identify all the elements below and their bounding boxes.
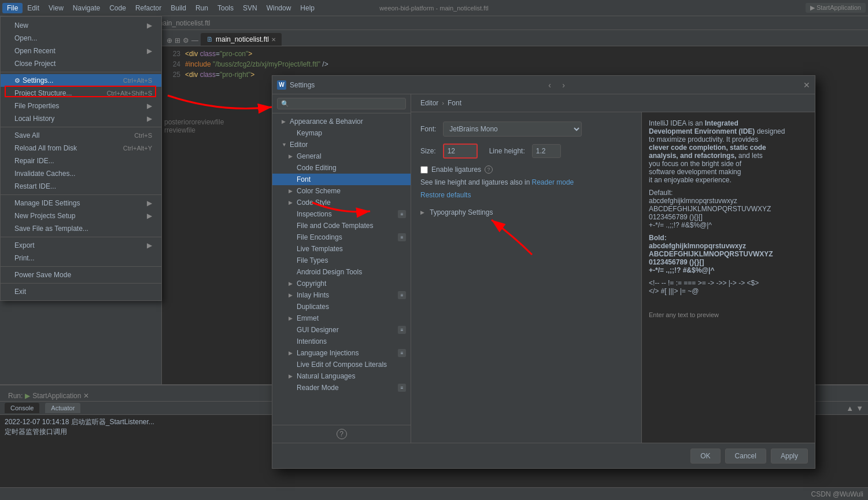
fm-restart[interactable]: Restart IDE... <box>1 180 161 193</box>
menu-tools[interactable]: Tools <box>213 3 238 13</box>
tree-android-design[interactable]: Android Design Tools <box>272 266 411 278</box>
tree-reader-mode[interactable]: Reader Mode ≡ <box>272 382 411 394</box>
scroll-down-btn[interactable]: ▼ <box>856 404 863 413</box>
split-icon[interactable]: ⊞ <box>175 36 180 45</box>
menu-build[interactable]: Build <box>166 3 191 13</box>
menu-view[interactable]: View <box>44 3 68 13</box>
fm-exit[interactable]: Exit <box>1 285 161 298</box>
settings-breadcrumb-font: Font <box>448 99 461 107</box>
tree-font[interactable]: Font <box>272 174 411 185</box>
run-app-icon: ▶ <box>25 392 30 400</box>
font-label: Font: <box>420 125 436 133</box>
menu-help[interactable]: Help <box>296 3 319 13</box>
settings-titlebar: W Settings ‹ › ✕ <box>272 76 815 94</box>
tree-copyright[interactable]: ▶ Copyright <box>272 278 411 289</box>
fm-print[interactable]: Print... <box>1 252 161 264</box>
tree-code-editing[interactable]: Code Editing <box>272 162 411 174</box>
window-title: weeon-bid-platform - main_noticelist.ftl <box>379 5 488 12</box>
status-right-text: CSDN @WuWuli <box>811 490 863 498</box>
tree-editor[interactable]: ▼ Editor <box>272 139 411 150</box>
settings-body: ▶ Appearance & Behavior Keymap ▼ Editor … <box>272 94 815 443</box>
menu-file[interactable]: File <box>2 3 23 13</box>
fm-new-projects[interactable]: New Projects Setup▶ <box>1 209 161 222</box>
tree-live-templates[interactable]: Live Templates <box>272 243 411 255</box>
settings-close-btn[interactable]: ✕ <box>803 80 810 90</box>
fm-local-history[interactable]: Local History▶ <box>1 112 161 125</box>
typography-settings-row[interactable]: ▶ Typography Settings <box>420 208 632 216</box>
tree-keymap[interactable]: Keymap <box>272 127 411 139</box>
menu-navigate[interactable]: Navigate <box>68 3 105 13</box>
fm-open-recent[interactable]: Open Recent▶ <box>1 45 161 57</box>
tab-console[interactable]: Console <box>5 403 39 413</box>
nav-back-btn[interactable]: ‹ <box>544 80 556 90</box>
font-select[interactable]: JetBrains Mono <box>443 122 582 137</box>
tree-emmet[interactable]: ▶ Emmet <box>272 312 411 324</box>
tree-inlay-hints[interactable]: ▶ Inlay Hints ≡ <box>272 289 411 301</box>
fm-invalidate[interactable]: Invalidate Caches... <box>1 167 161 180</box>
tree-natural-languages[interactable]: ▶ Natural Languages <box>272 370 411 382</box>
menu-code[interactable]: Code <box>105 3 131 13</box>
fm-reload[interactable]: Reload All from DiskCtrl+Alt+Y <box>1 142 161 155</box>
run-tab-close[interactable]: ✕ <box>83 392 89 400</box>
tree-inspections[interactable]: Inspections ≡ <box>272 208 411 220</box>
menu-refactor[interactable]: Refactor <box>131 3 166 13</box>
apply-button[interactable]: Apply <box>771 448 808 464</box>
tree-file-encodings[interactable]: File Encodings ≡ <box>272 231 411 243</box>
settings-search-input[interactable] <box>277 98 406 109</box>
editor-tab-main[interactable]: 🗎 main_noticelist.ftl ✕ <box>201 33 282 46</box>
cancel-button[interactable]: Cancel <box>725 448 766 464</box>
fm-close-project[interactable]: Close Project <box>1 57 161 70</box>
menu-edit[interactable]: Edit <box>23 3 44 13</box>
menubar: File Edit View Navigate Code Refactor Bu… <box>0 0 868 16</box>
scroll-up-btn[interactable]: ▲ <box>846 404 854 413</box>
fm-settings[interactable]: ⚙ Settings... Ctrl+Alt+S <box>1 74 161 87</box>
new-tab-icon[interactable]: ⊕ <box>167 36 172 45</box>
editor-tab-bar: ⊕ ⊞ ⚙ — 🗎 main_noticelist.ftl ✕ <box>162 30 868 46</box>
tree-intentions[interactable]: Intentions <box>272 336 411 347</box>
settings-help-btn[interactable]: ? <box>337 429 347 439</box>
fm-save-all[interactable]: Save AllCtrl+S <box>1 129 161 142</box>
minimize-icon[interactable]: — <box>191 36 198 45</box>
tree-file-types[interactable]: File Types <box>272 255 411 266</box>
tree-color-scheme[interactable]: ▶ Color Scheme <box>272 185 411 197</box>
breadcrumb-part5: main_noticelist.ftl <box>157 19 210 27</box>
start-application-btn[interactable]: ▶ StartApplication <box>806 3 866 13</box>
run-app-name: StartApplication <box>32 392 81 400</box>
menu-window[interactable]: Window <box>262 3 296 13</box>
tree-gui-designer[interactable]: GUI Designer ≡ <box>272 324 411 336</box>
ok-button[interactable]: OK <box>690 448 720 464</box>
nav-forward-btn[interactable]: › <box>558 80 570 90</box>
reader-mode-link[interactable]: Reader mode <box>532 178 574 186</box>
tab-close-btn[interactable]: ✕ <box>271 36 276 43</box>
ligatures-hint-icon[interactable]: ? <box>485 166 493 174</box>
tree-file-code-templates[interactable]: File and Code Templates <box>272 220 411 231</box>
fm-new[interactable]: New▶ <box>1 19 161 32</box>
preview-bold: Bold: abcdefghijklmnopqrstuvwxyz ABCDEFG… <box>649 234 808 274</box>
ligatures-checkbox[interactable] <box>420 166 428 174</box>
tree-code-style[interactable]: ▶ Code Style <box>272 197 411 208</box>
size-input[interactable] <box>443 144 478 159</box>
fm-project-structure[interactable]: Project Structure... Ctrl+Alt+Shift+S <box>1 87 161 100</box>
tree-live-edit[interactable]: Live Edit of Compose Literals <box>272 359 411 370</box>
fm-power-save[interactable]: Power Save Mode <box>1 269 161 281</box>
fm-save-template[interactable]: Save File as Template... <box>1 222 161 235</box>
tab-actuator[interactable]: Actuator <box>45 403 80 413</box>
menu-svn[interactable]: SVN <box>238 3 262 13</box>
tree-general[interactable]: ▶ General <box>272 150 411 162</box>
line-height-input[interactable] <box>532 144 561 158</box>
fm-repair[interactable]: Repair IDE... <box>1 155 161 167</box>
settings-footer: OK Cancel Apply <box>272 443 815 468</box>
tree-language-injections[interactable]: ▶ Language Injections ≡ <box>272 347 411 359</box>
settings-dialog: W Settings ‹ › ✕ ▶ Appearance & Behavior… <box>272 75 815 469</box>
fm-file-properties[interactable]: File Properties▶ <box>1 100 161 112</box>
tree-appearance[interactable]: ▶ Appearance & Behavior <box>272 116 411 127</box>
settings-tree: ▶ Appearance & Behavior Keymap ▼ Editor … <box>272 113 411 425</box>
settings-gear-icon[interactable]: ⚙ <box>183 36 189 45</box>
tree-duplicates[interactable]: Duplicates <box>272 301 411 312</box>
fm-export[interactable]: Export▶ <box>1 239 161 252</box>
menu-run[interactable]: Run <box>191 3 213 13</box>
fm-open[interactable]: Open... <box>1 32 161 45</box>
fm-manage-settings[interactable]: Manage IDE Settings▶ <box>1 197 161 209</box>
restore-defaults-link[interactable]: Restore defaults <box>420 191 632 199</box>
settings-title-icon: W <box>277 80 286 90</box>
